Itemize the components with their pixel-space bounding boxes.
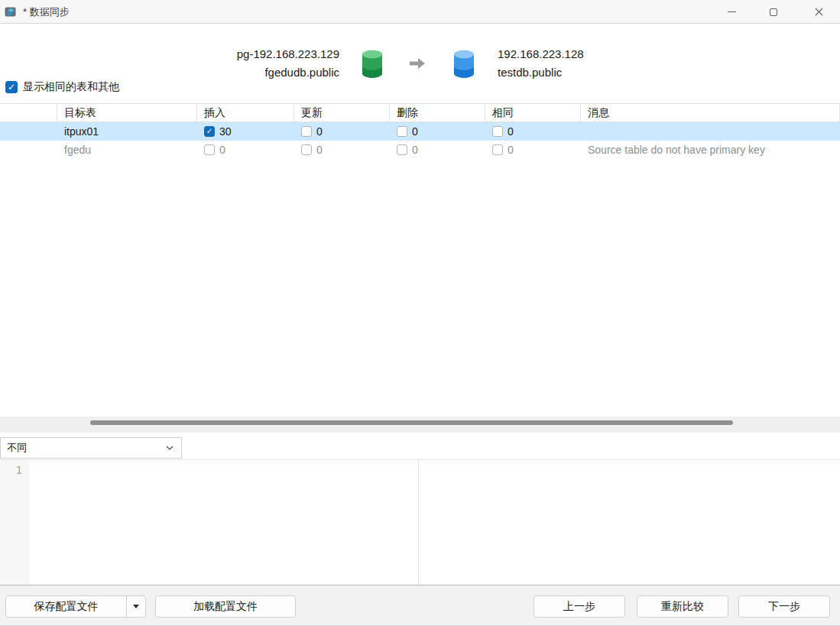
table-header: 目标表 插入 更新 删除 相同 消息	[0, 103, 840, 122]
delete-checkbox[interactable]	[397, 144, 407, 155]
horizontal-scrollbar[interactable]	[0, 417, 840, 433]
maximize-button[interactable]	[756, 0, 791, 24]
update-checkbox[interactable]	[301, 126, 312, 137]
delete-count: 0	[412, 144, 418, 156]
source-host: pg-192.168.223.129	[110, 45, 339, 63]
sync-direction-arrow-icon	[408, 57, 426, 70]
column-header-empty[interactable]	[0, 104, 57, 122]
save-config-dropdown-button[interactable]	[126, 596, 145, 617]
footer-bar: 保存配置文件 加载配置文件 上一步 重新比较 下一步	[0, 585, 840, 626]
data-sync-window: * 数据同步 pg-192.168.223.129 fgedudb.public…	[0, 0, 840, 626]
chevron-down-icon	[166, 446, 174, 450]
delete-count: 0	[412, 125, 418, 138]
delete-checkbox[interactable]	[397, 126, 407, 137]
diff-filter-value: 不同	[7, 441, 27, 455]
save-config-label[interactable]: 保存配置文件	[6, 596, 126, 617]
table-row[interactable]: itpux01 30 0 0 0	[0, 122, 840, 141]
same-count: 0	[508, 144, 514, 156]
source-connection-label: pg-192.168.223.129 fgedudb.public	[110, 45, 339, 82]
row-message: Source table do not have primary key	[581, 141, 840, 159]
recompare-button[interactable]: 重新比较	[637, 595, 728, 618]
update-count: 0	[316, 144, 323, 156]
source-schema: fgedudb.public	[110, 63, 339, 82]
target-schema: testdb.public	[498, 63, 727, 82]
caret-down-icon	[133, 605, 139, 608]
previous-step-button[interactable]: 上一步	[534, 595, 625, 618]
column-header-message[interactable]: 消息	[581, 104, 840, 122]
update-count: 0	[316, 125, 323, 138]
same-checkbox[interactable]	[492, 126, 503, 137]
target-table-name: fgedu	[57, 141, 197, 159]
target-connection-label: 192.168.223.128 testdb.public	[498, 45, 727, 82]
line-number: 1	[16, 464, 22, 476]
row-message	[581, 122, 840, 141]
insert-count: 30	[219, 125, 232, 138]
close-icon	[815, 8, 823, 16]
column-header-insert[interactable]: 插入	[197, 104, 294, 122]
insert-checkbox[interactable]	[204, 144, 215, 155]
editor-pane-divider[interactable]	[418, 460, 419, 585]
show-identical-checkbox[interactable]	[5, 81, 18, 93]
column-header-target-table[interactable]: 目标表	[57, 104, 197, 122]
show-identical-option: 显示相同的表和其他	[5, 80, 119, 94]
titlebar: * 数据同步	[0, 0, 840, 24]
save-config-button[interactable]: 保存配置文件	[5, 595, 146, 618]
target-host: 192.168.223.128	[498, 45, 727, 63]
insert-count: 0	[219, 144, 225, 156]
same-checkbox[interactable]	[492, 144, 503, 155]
minimize-icon	[728, 11, 736, 12]
column-header-same[interactable]: 相同	[485, 104, 581, 122]
load-config-button[interactable]: 加载配置文件	[155, 595, 296, 618]
target-table-name: itpux01	[57, 122, 197, 141]
close-button[interactable]	[801, 0, 836, 24]
column-header-delete[interactable]: 删除	[390, 104, 485, 122]
horizontal-scrollbar-thumb[interactable]	[90, 420, 733, 425]
table-row[interactable]: fgedu 0 0 0 0 Source table do not have p…	[0, 141, 840, 159]
diff-filter-dropdown[interactable]: 不同	[0, 437, 182, 459]
window-title: * 数据同步	[23, 0, 70, 24]
next-step-button[interactable]: 下一步	[738, 595, 830, 618]
same-count: 0	[508, 125, 514, 138]
show-identical-label: 显示相同的表和其他	[23, 80, 119, 94]
insert-checkbox[interactable]	[204, 126, 215, 137]
sync-database-icon	[4, 5, 17, 18]
editor-gutter: 1	[0, 460, 29, 585]
update-checkbox[interactable]	[301, 144, 312, 155]
sql-editor[interactable]: 1	[0, 459, 840, 585]
target-database-icon	[452, 50, 475, 78]
maximize-icon	[770, 8, 777, 16]
source-database-icon	[361, 50, 384, 78]
column-header-update[interactable]: 更新	[294, 104, 390, 122]
minimize-button[interactable]	[714, 0, 749, 24]
